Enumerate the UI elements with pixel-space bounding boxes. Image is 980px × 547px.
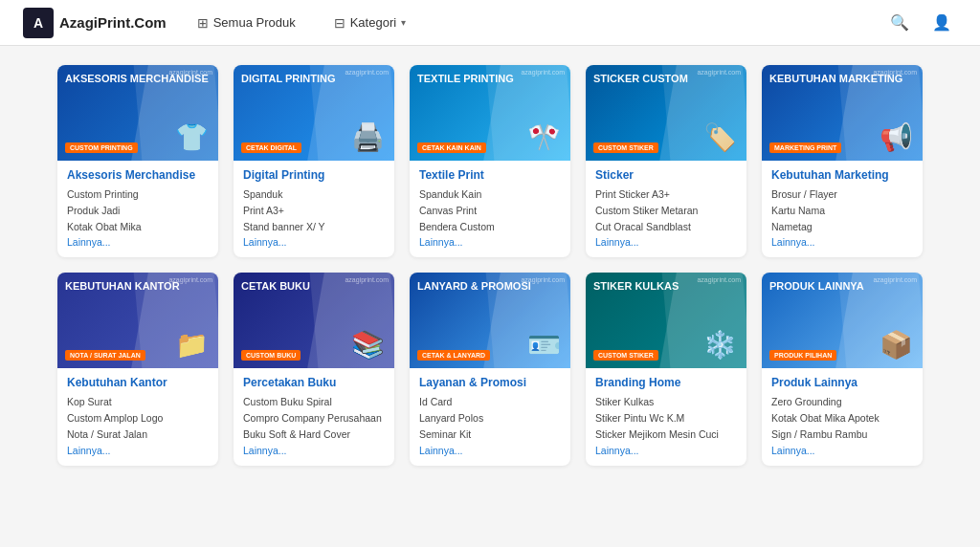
category-item: Brosur / Flayer [771,186,913,203]
category-item: Stiker Kulkas [595,394,737,410]
category-info-0: Aksesoris Merchandise Custom PrintingPro… [57,161,218,257]
account-icon: 👤 [932,13,951,32]
banner-main-line: PRODUK LAINNYA [769,280,864,293]
category-title-8[interactable]: Branding Home [595,376,737,389]
category-item: Bendera Custom [419,219,561,235]
banner-badge: CETAK KAIN KAIN [417,142,486,153]
category-item: Kotak Obat Mika Apotek [771,410,913,427]
category-item: Custom Amplop Logo [67,410,209,427]
watermark: azagiprint.com [697,276,741,283]
category-item: Seminar Kit [419,427,561,443]
banner-main-line: TEXTILE PRINTING [417,73,514,85]
banner-text: STIKER KULKAS [593,280,679,293]
banner-badge: PRODUK PILIHAN [769,350,836,361]
category-items-3: Print Sticker A3+Custom Stiker MetaranCu… [595,186,737,234]
category-items-6: Custom Buku SpiralCompro Company Perusah… [243,394,385,442]
product-icon: 🏷️ [703,121,737,153]
category-item: Nota / Surat Jalan [67,427,209,443]
more-link-5[interactable]: Lainnya... [67,445,209,456]
more-link-3[interactable]: Lainnya... [595,236,737,248]
watermark: azagiprint.com [873,276,917,283]
category-title-1[interactable]: Digital Printing [243,168,385,182]
category-item: Nametag [771,219,913,235]
more-link-2[interactable]: Lainnya... [419,236,561,248]
category-items-1: SpandukPrint A3+Stand banner X/ Y [243,186,385,234]
category-title-3[interactable]: Sticker [595,168,737,182]
category-image-8: STIKER KULKAS CUSTOM STIKER azagiprint.c… [586,273,746,368]
banner-text: CETAK BUKU [241,280,310,293]
category-item: Spanduk [243,186,385,203]
more-link-4[interactable]: Lainnya... [771,236,913,248]
category-item: Custom Printing [67,186,209,203]
category-item: Canvas Print [419,203,561,219]
category-items-8: Stiker KulkasStiker Pintu Wc K.MSticker … [595,394,737,442]
category-title-4[interactable]: Kebutuhan Marketing [771,168,913,182]
search-button[interactable]: 🔍 [884,8,915,38]
category-card-1: DIGITAL PRINTING CETAK DIGITAL azagiprin… [234,65,394,257]
category-item: Buku Soft & Hard Cover [243,427,385,443]
more-link-7[interactable]: Lainnya... [419,445,561,456]
product-icon: 📚 [351,329,385,361]
logo[interactable]: A AzagiPrint.Com [23,8,167,38]
category-card-6: CETAK BUKU CUSTOM BUKU azagiprint.com 📚 … [234,273,394,465]
more-link-6[interactable]: Lainnya... [243,445,385,456]
nav-all-products[interactable]: ⊞ Semua Produk [189,11,303,34]
category-items-7: Id CardLanyard PolosSeminar Kit [419,394,561,442]
account-button[interactable]: 👤 [926,8,957,38]
logo-text: AzagiPrint.Com [59,14,167,31]
product-icon: 🎌 [527,121,561,153]
product-icon: 📁 [175,329,209,361]
category-item: Lanyard Polos [419,410,561,427]
category-info-9: Produk Lainnya Zero GroundingKotak Obat … [762,368,923,465]
category-item: Produk Jadi [67,203,209,219]
category-item: Sign / Rambu Rambu [771,427,913,443]
categories-grid: AKSESORIS MERCHANDISE CUSTOM PRINTING az… [57,65,923,466]
category-item: Kotak Obat Mika [67,219,209,235]
category-title-7[interactable]: Layanan & Promosi [419,376,561,389]
more-link-0[interactable]: Lainnya... [67,236,209,248]
category-item: Kartu Nama [771,203,913,219]
logo-icon: A [23,8,54,38]
banner-badge: CUSTOM STIKER [593,350,658,361]
banner-text: PRODUK LAINNYA [769,280,864,293]
product-icon: 📦 [880,329,913,361]
banner-badge: CUSTOM PRINTING [65,142,138,153]
category-title-6[interactable]: Percetakan Buku [243,376,385,389]
search-icon: 🔍 [890,13,909,32]
category-info-7: Layanan & Promosi Id CardLanyard PolosSe… [410,368,570,465]
watermark: azagiprint.com [697,69,741,76]
grid4-icon: ⊟ [334,15,345,31]
navbar: A AzagiPrint.Com ⊞ Semua Produk ⊟ Katego… [0,0,980,46]
banner-text: LANYARD & PROMOSI [417,280,531,293]
category-card-0: AKSESORIS MERCHANDISE CUSTOM PRINTING az… [57,65,218,257]
more-link-8[interactable]: Lainnya... [595,445,737,456]
nav-kategori[interactable]: ⊟ Kategori ▾ [326,11,413,34]
category-title-5[interactable]: Kebutuhan Kantor [67,376,209,389]
nav-actions: 🔍 👤 [884,8,957,38]
product-icon: 🪪 [527,329,561,361]
nav-kategori-label: Kategori [350,15,396,30]
product-icon: 👕 [175,121,209,153]
category-info-1: Digital Printing SpandukPrint A3+Stand b… [234,161,394,257]
watermark: azagiprint.com [168,69,212,76]
category-card-3: STICKER CUSTOM CUSTOM STIKER azagiprint.… [586,65,746,257]
category-title-9[interactable]: Produk Lainnya [771,376,913,389]
category-card-7: LANYARD & PROMOSI CETAK & LANYARD azagip… [410,273,570,465]
category-image-7: LANYARD & PROMOSI CETAK & LANYARD azagip… [410,273,570,368]
category-title-0[interactable]: Aksesoris Merchandise [67,168,209,182]
category-card-2: TEXTILE PRINTING CETAK KAIN KAIN azagipr… [410,65,570,257]
category-image-6: CETAK BUKU CUSTOM BUKU azagiprint.com 📚 [234,273,394,368]
banner-main-line: STIKER KULKAS [593,280,679,293]
category-item: Stand banner X/ Y [243,219,385,235]
banner-badge: CETAK DIGITAL [241,142,301,153]
category-item: Id Card [419,394,561,410]
watermark: azagiprint.com [521,276,565,283]
banner-main-line: CETAK BUKU [241,280,310,293]
more-link-9[interactable]: Lainnya... [771,445,913,456]
category-items-5: Kop SuratCustom Amplop LogoNota / Surat … [67,394,209,442]
banner-badge: CETAK & LANYARD [417,350,490,361]
category-items-2: Spanduk KainCanvas PrintBendera Custom [419,186,561,234]
category-title-2[interactable]: Textile Print [419,168,561,182]
category-item: Stiker Pintu Wc K.M [595,410,737,427]
more-link-1[interactable]: Lainnya... [243,236,385,248]
